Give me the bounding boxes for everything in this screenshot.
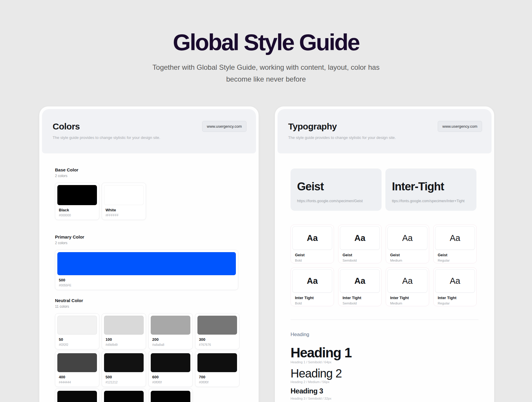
swatch-color (197, 353, 237, 372)
font-weight-grid: Aa Geist Bold Aa Geist Semibold Aa Geist… (291, 225, 485, 306)
swatch-name: 50 (59, 337, 97, 342)
colors-card-subtitle: The style guide provides to change styli… (53, 135, 256, 140)
website-link-badge[interactable]: www.usergency.com (202, 121, 246, 132)
swatch-name: 300 (199, 337, 237, 342)
font-family-url: ttps://fonts.google.com/specimen/Inter+T… (392, 199, 476, 203)
font-sample: Aa (435, 226, 475, 250)
website-link-badge[interactable]: www.usergency.com (438, 121, 482, 132)
font-weight-name: Regular (438, 302, 475, 305)
font-sample: Aa (387, 269, 427, 293)
primary-color-section: Primary Color 2 colors 500 #0055FE (55, 234, 243, 290)
font-weight-family: Geist (438, 253, 475, 257)
swatch-hex: #121212 (106, 380, 144, 384)
swatch-color (151, 391, 190, 402)
swatch-card: 700 #0f0f0f (195, 351, 239, 387)
base-color-section: Base Color 2 colors Black #000000 White … (55, 167, 243, 220)
swatch-card: 800 #080808 (55, 388, 99, 402)
swatch-name: Black (59, 208, 97, 212)
font-weight-card: Aa Geist Semibold (338, 225, 382, 263)
font-weight-name: Semibold (343, 302, 380, 305)
font-weight-family: Geist (390, 253, 427, 257)
page-subtitle: Together with Global Style Guide, workin… (149, 61, 383, 85)
heading-3-caption: Heading 3 / Semibold / 32px (291, 397, 479, 400)
font-sample: Aa (292, 226, 332, 250)
heading-2-specimen: Heading 2 (291, 367, 479, 379)
neutral-swatch-grid: 50 #f2f2f2 100 #d9d9d9 200 #a8a8a8 300 #… (55, 313, 244, 402)
hero-section: Global Style Guide Together with Global … (0, 0, 532, 85)
font-family-card-geist: Geist https://fonts.google.com/specimen/… (291, 168, 382, 211)
swatch-color (104, 353, 144, 372)
swatch-color (57, 316, 97, 335)
swatch-color (57, 353, 97, 372)
font-sample: Aa (292, 269, 332, 293)
font-weight-name: Bold (295, 259, 332, 262)
heading-1-caption: Heading 1 / Semibold / 64px (291, 361, 479, 364)
sample-glyph: Aa (307, 276, 318, 286)
section-count: 2 colors (55, 174, 243, 178)
sample-glyph: Aa (450, 233, 460, 243)
font-weight-card: Aa Inter Tight Semibold (338, 268, 382, 306)
swatch-color (151, 316, 190, 335)
font-weight-name: Medium (390, 259, 427, 262)
colors-card: Colors The style guide provides to chang… (39, 106, 259, 402)
heading-section-label: Heading (291, 332, 479, 338)
swatch-hex: #d9d9d9 (106, 343, 144, 346)
font-family-name: Geist (297, 180, 382, 193)
font-weight-name: Semibold (343, 259, 380, 262)
swatch-name: 600 (152, 375, 190, 379)
typography-card-subtitle: The style guide provides to change styli… (288, 135, 492, 140)
swatch-name: 500 (59, 278, 236, 282)
font-weight-card: Aa Geist Bold (291, 225, 334, 263)
font-sample: Aa (387, 226, 427, 250)
font-weight-family: Inter Tight (438, 296, 475, 300)
font-weight-card: Aa Inter Tight Bold (291, 268, 334, 306)
swatch-hex: #0055FE (59, 283, 236, 287)
colors-card-header: Colors The style guide provides to chang… (42, 109, 256, 153)
typography-card-header: Typography The style guide provides to c… (278, 109, 492, 153)
font-weight-card: Aa Inter Tight Regular (433, 268, 477, 306)
heading-3-specimen: Heading 3 (291, 388, 479, 395)
swatch-hex: #444444 (59, 380, 97, 384)
swatch-hex: #0f0f0f (199, 380, 237, 384)
swatch-card: 600 #0f0f0f (148, 351, 193, 387)
base-swatch-row: Black #000000 White #FFFFFF (55, 183, 243, 220)
swatch-card: 900 #040404 (102, 388, 146, 402)
font-weight-card: Aa Geist Medium (386, 225, 429, 263)
font-weight-name: Bold (295, 302, 332, 305)
swatch-color (57, 185, 97, 205)
swatch-color (197, 316, 237, 335)
font-family-card-inter-tight: Inter-Tight ttps://fonts.google.com/spec… (385, 168, 476, 211)
font-weight-family: Inter Tight (390, 296, 427, 300)
sample-glyph: Aa (402, 276, 413, 286)
swatch-card: 300 #767676 (195, 313, 239, 349)
font-sample: Aa (340, 269, 380, 293)
swatch-hex: #FFFFFF (106, 213, 144, 217)
heading-1-specimen: Heading 1 (291, 346, 479, 359)
section-label: Base Color (55, 167, 243, 172)
font-sample: Aa (435, 269, 475, 293)
section-label: Neutral Color (55, 298, 243, 303)
swatch-color (104, 316, 144, 335)
swatch-card: Black #000000 (55, 183, 99, 220)
typography-card: Typography The style guide provides to c… (275, 106, 494, 402)
swatch-card: White #FFFFFF (102, 183, 146, 220)
swatch-name: 700 (199, 375, 237, 379)
font-weight-family: Geist (295, 253, 332, 257)
font-weight-family: Geist (343, 253, 380, 257)
swatch-card: 500 #0055FE (55, 250, 238, 290)
swatch-name: 200 (152, 337, 190, 342)
font-sample: Aa (340, 226, 380, 250)
font-weight-name: Regular (438, 259, 475, 262)
swatch-card: 200 #a8a8a8 (148, 313, 193, 349)
font-weight-family: Inter Tight (343, 296, 380, 300)
swatch-card: 950 #030303 (148, 388, 193, 402)
page-title: Global Style Guide (0, 31, 532, 54)
swatch-color (151, 353, 190, 372)
section-label: Primary Color (55, 234, 243, 239)
swatch-name: 100 (106, 337, 144, 342)
sample-glyph: Aa (402, 233, 413, 243)
swatch-card: 400 #444444 (55, 351, 99, 387)
sample-glyph: Aa (354, 233, 365, 243)
sample-glyph: Aa (307, 233, 318, 243)
font-family-name: Inter-Tight (392, 180, 476, 193)
